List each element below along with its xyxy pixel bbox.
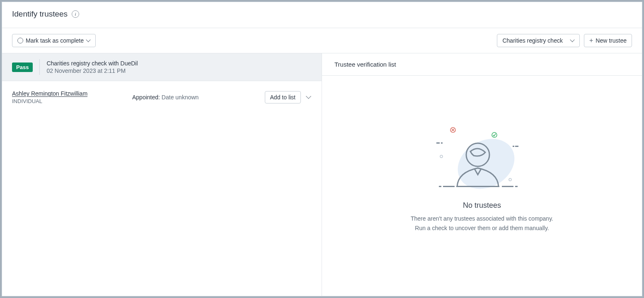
chevron-down-icon [570,38,574,43]
trustee-type: INDIVIDUAL [12,98,124,104]
chevron-down-icon [86,38,90,43]
svg-point-9 [440,155,443,158]
trustee-name-link[interactable]: Ashley Remington Fitzwilliam [12,90,87,97]
check-timestamp: 02 November 2023 at 2:11 PM [46,67,138,74]
check-title: Charities registry check with DueDil [46,60,138,67]
svg-rect-8 [515,146,518,147]
mark-complete-button[interactable]: Mark task as complete [12,34,96,47]
mark-complete-label: Mark task as complete [26,37,84,44]
svg-point-0 [449,129,524,193]
svg-rect-16 [515,186,518,187]
appointed-label: Appointed: [132,94,160,101]
toolbar-right: Charities registry check + New trustee [497,34,632,47]
row-actions: Add to list [265,91,312,103]
new-trustee-label: New trustee [596,37,627,44]
svg-point-4 [492,132,497,137]
new-trustee-button[interactable]: + New trustee [584,34,632,47]
info-icon[interactable]: i [72,10,79,18]
toolbar: Mark task as complete Charities registry… [2,28,642,53]
appointed-info: Appointed: Date unknown [132,94,257,101]
split-panes: Pass Charities registry check with DueDi… [2,53,642,296]
right-pane: Trustee verification list [322,53,642,296]
divider [39,59,40,75]
svg-rect-12 [439,186,441,187]
svg-rect-15 [502,186,513,187]
empty-state: No trustees There aren't any trustees as… [322,76,642,296]
check-result-header: Pass Charities registry check with DueDi… [2,53,322,81]
svg-rect-14 [456,186,499,187]
page-title: Identify trustees [12,10,68,19]
expand-row-button[interactable] [306,94,312,100]
plus-icon: + [589,37,593,44]
verification-list-title: Trustee verification list [322,53,642,76]
circle-empty-icon [17,38,23,43]
check-info: Charities registry check with DueDil 02 … [46,60,138,74]
svg-rect-6 [441,142,443,144]
svg-rect-13 [443,186,455,187]
svg-rect-5 [436,142,440,144]
empty-state-title: No trustees [463,201,501,210]
trustee-identity: Ashley Remington Fitzwilliam INDIVIDUAL [12,90,124,104]
status-badge: Pass [12,62,33,72]
trustee-row: Ashley Remington Fitzwilliam INDIVIDUAL … [2,81,322,113]
check-select-label: Charities registry check [502,37,563,44]
empty-state-line2: Run a check to uncover them or add them … [415,223,549,233]
appointed-value: Date unknown [162,94,199,101]
page-header: Identify trustees i [2,2,642,28]
svg-point-10 [509,178,511,181]
check-select-dropdown[interactable]: Charities registry check [497,34,580,47]
person-placeholder-icon [436,123,528,193]
add-to-list-button[interactable]: Add to list [265,91,301,103]
left-pane: Pass Charities registry check with DueDi… [2,53,322,296]
app-frame: Identify trustees i Mark task as complet… [2,2,642,296]
svg-rect-7 [513,146,514,147]
empty-state-line1: There aren't any trustees associated wit… [411,214,553,223]
